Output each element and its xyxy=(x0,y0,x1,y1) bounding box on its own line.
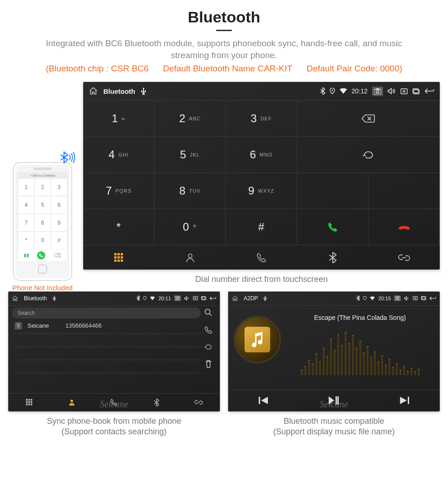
bottom-tabs xyxy=(8,393,220,411)
close-app-icon[interactable] xyxy=(413,296,418,300)
volume-icon[interactable] xyxy=(184,296,190,301)
recent-apps-icon[interactable] xyxy=(421,296,426,300)
key-4[interactable]: 4GHI xyxy=(83,136,155,173)
call-button[interactable] xyxy=(297,209,368,245)
key-3[interactable]: 3DEF xyxy=(226,100,297,136)
empty-key xyxy=(297,173,368,209)
tab-keypad[interactable] xyxy=(83,245,155,270)
svg-rect-26 xyxy=(26,401,28,403)
key-2[interactable]: 2ABC xyxy=(155,100,226,136)
dialer-pane: Bluetooth 20:12 xyxy=(83,82,440,270)
svg-rect-27 xyxy=(28,401,30,403)
usb-icon xyxy=(263,296,267,301)
phone-topbar: + Add to Contacts xyxy=(18,173,67,178)
key-6[interactable]: 6MNO xyxy=(226,136,297,173)
key-hash[interactable]: # xyxy=(226,209,297,245)
home-icon[interactable] xyxy=(12,295,18,302)
svg-rect-11 xyxy=(117,256,120,259)
note-code: Default Pair Code: 0000) xyxy=(307,64,402,73)
close-app-icon[interactable] xyxy=(400,88,408,94)
svg-point-22 xyxy=(205,309,210,314)
empty-key-2 xyxy=(368,173,440,209)
delete-icon[interactable] xyxy=(204,360,213,368)
hangup-button[interactable] xyxy=(368,209,440,245)
camera-icon[interactable] xyxy=(394,295,401,301)
redial-button[interactable] xyxy=(297,136,440,173)
svg-rect-13 xyxy=(114,259,117,262)
tab-keypad[interactable] xyxy=(8,394,51,411)
camera-icon[interactable] xyxy=(372,86,383,96)
call-icon[interactable] xyxy=(204,326,213,334)
volume-icon[interactable] xyxy=(404,296,410,301)
tab-recent[interactable] xyxy=(93,394,135,411)
home-icon[interactable] xyxy=(89,86,98,96)
phone-mockup: + Add to Contacts 123 456 789 *0# ▮▮ ⌫ xyxy=(13,162,72,281)
back-icon[interactable] xyxy=(424,88,434,94)
tab-bluetooth[interactable] xyxy=(135,394,178,411)
phone-caption: Phone Not Included xyxy=(8,284,77,292)
a2dp-caption: Bluetooth music compatible (Support disp… xyxy=(228,416,440,438)
key-0[interactable]: 0+ xyxy=(155,209,226,245)
page-title: Bluetooth xyxy=(8,8,440,26)
status-time: 20:15 xyxy=(378,296,391,301)
svg-rect-24 xyxy=(28,399,30,401)
page-description: Integrated with BC6 Bluetooth module, su… xyxy=(27,38,421,61)
key-9[interactable]: 9WXYZ xyxy=(226,173,297,209)
tab-recent[interactable] xyxy=(226,245,297,270)
svg-rect-25 xyxy=(31,399,32,401)
key-1[interactable]: 1∞ xyxy=(83,100,155,136)
recent-apps-icon[interactable] xyxy=(412,88,420,94)
home-icon[interactable] xyxy=(232,295,238,302)
sync-icon[interactable] xyxy=(204,343,213,351)
search-icon[interactable] xyxy=(204,308,213,317)
key-5[interactable]: 5JKL xyxy=(155,136,226,173)
svg-point-0 xyxy=(331,90,333,91)
tab-contacts[interactable] xyxy=(51,394,93,411)
svg-rect-17 xyxy=(175,297,180,301)
svg-point-32 xyxy=(70,400,73,402)
camera-icon[interactable] xyxy=(174,295,181,301)
svg-point-34 xyxy=(396,297,398,299)
phonebook-caption: Sync phone-book from mobile phone (Suppo… xyxy=(8,416,220,438)
svg-rect-28 xyxy=(31,401,32,403)
tab-pair[interactable] xyxy=(368,245,440,270)
tab-pair[interactable] xyxy=(177,394,220,411)
back-icon[interactable] xyxy=(209,296,216,301)
contact-letter: S xyxy=(15,322,22,330)
track-title: Escape (The Pina Colada Song) xyxy=(287,314,433,321)
status-bar: Bluetooth 20:12 xyxy=(83,82,440,100)
usb-icon xyxy=(141,87,146,95)
bluetooth-signal-icon xyxy=(59,149,77,166)
dialer-keypad: 1∞ 2ABC 3DEF 4GHI 5JKL 6MNO 7PQRS 8TUV 9… xyxy=(83,100,440,245)
backspace-button[interactable] xyxy=(297,100,440,136)
list-item[interactable]: S Seicane 13566664466 xyxy=(15,321,204,330)
recent-apps-icon[interactable] xyxy=(201,296,206,300)
svg-rect-23 xyxy=(26,399,28,401)
volume-icon[interactable] xyxy=(388,88,396,94)
svg-rect-33 xyxy=(395,297,400,301)
svg-point-18 xyxy=(176,297,178,299)
tab-bluetooth[interactable] xyxy=(297,245,368,270)
close-app-icon[interactable] xyxy=(193,296,198,300)
play-pause-button[interactable] xyxy=(329,396,339,405)
contact-number: 13566664466 xyxy=(65,322,102,329)
next-button[interactable] xyxy=(400,397,409,404)
previous-button[interactable] xyxy=(259,397,268,404)
svg-point-2 xyxy=(376,90,379,93)
tab-contacts[interactable] xyxy=(155,245,226,270)
back-icon[interactable] xyxy=(429,296,436,301)
wifi-icon xyxy=(370,297,375,300)
a2dp-pane: A2DP 20:15 xyxy=(228,292,440,411)
svg-rect-14 xyxy=(117,259,120,262)
key-star[interactable]: * xyxy=(83,209,155,245)
location-icon xyxy=(330,88,335,94)
svg-rect-12 xyxy=(121,256,123,259)
key-8[interactable]: 8TUV xyxy=(155,173,226,209)
search-input[interactable]: Search xyxy=(12,308,201,319)
key-7[interactable]: 7PQRS xyxy=(83,173,155,209)
svg-rect-10 xyxy=(114,256,117,259)
wifi-icon xyxy=(150,297,155,300)
dialer-caption: Dial number direct from touchscreen xyxy=(83,274,440,285)
search-placeholder: Search xyxy=(17,310,35,316)
svg-rect-9 xyxy=(121,253,123,255)
